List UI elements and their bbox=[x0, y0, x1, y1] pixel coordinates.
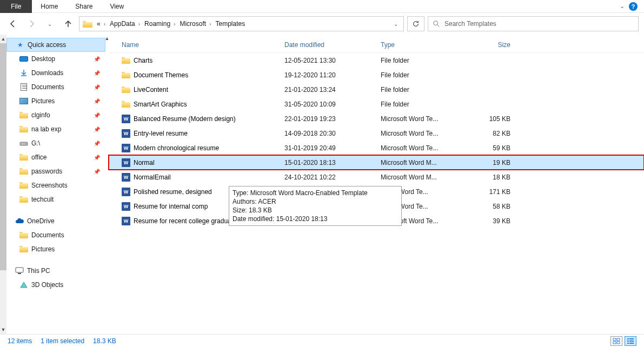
crumb-microsoft[interactable]: Microsoft› bbox=[177, 20, 213, 28]
word-icon: W bbox=[122, 202, 130, 211]
file-row[interactable]: WModern chronological resume31-01-2019 2… bbox=[109, 141, 644, 155]
help-icon[interactable]: ? bbox=[629, 2, 638, 11]
sidebar-item[interactable]: Documents bbox=[6, 228, 105, 242]
sidebar-item[interactable]: Downloads📌 bbox=[6, 66, 105, 80]
pin-icon: 📌 bbox=[94, 70, 100, 76]
sidebar-item[interactable]: Screenshots bbox=[6, 178, 105, 192]
file-row[interactable]: Charts12-05-2021 13:30File folder bbox=[109, 53, 644, 68]
up-button[interactable] bbox=[63, 18, 74, 29]
tooltip-type: Type: Microsoft Word Macro-Enabled Templ… bbox=[233, 189, 398, 197]
col-type[interactable]: Type bbox=[381, 41, 467, 49]
ribbon-tabs: File Home Share View ⌄ ? bbox=[0, 0, 644, 13]
tab-view[interactable]: View bbox=[101, 0, 132, 13]
sidebar-scrollbar[interactable]: ▲ ▼ bbox=[0, 35, 6, 334]
word-icon: W bbox=[122, 188, 130, 196]
svg-rect-14 bbox=[629, 343, 634, 344]
search-placeholder: Search Templates bbox=[444, 20, 496, 28]
status-bar: 12 items 1 item selected 18.3 KB bbox=[0, 334, 644, 347]
sidebar-item[interactable]: Documents📌 bbox=[6, 80, 105, 94]
navigation-pane: ★ Quick access Desktop📌Downloads📌Documen… bbox=[6, 35, 105, 334]
onedrive-label: OneDrive bbox=[27, 217, 55, 225]
sidebar-item[interactable]: passwords📌 bbox=[6, 164, 105, 178]
col-size[interactable]: Size bbox=[467, 41, 521, 49]
pin-icon: 📌 bbox=[94, 126, 100, 132]
forward-button[interactable] bbox=[26, 18, 37, 29]
word-icon: W bbox=[122, 158, 130, 167]
sidebar-item[interactable]: Desktop📌 bbox=[6, 52, 105, 66]
crumb-roaming[interactable]: Roaming› bbox=[142, 20, 177, 28]
status-count: 12 items bbox=[8, 337, 32, 345]
word-icon: W bbox=[122, 173, 130, 182]
recent-dropdown-icon[interactable]: ⌄ bbox=[44, 18, 55, 29]
pin-icon: 📌 bbox=[94, 56, 100, 62]
file-row[interactable]: WBalanced Resume (Modern design)22-01-20… bbox=[109, 111, 644, 126]
refresh-button[interactable] bbox=[407, 16, 424, 31]
pin-icon: 📌 bbox=[94, 84, 100, 90]
crumb-templates[interactable]: Templates bbox=[213, 20, 247, 28]
file-row[interactable]: SmartArt Graphics31-05-2020 10:09File fo… bbox=[109, 97, 644, 111]
file-row[interactable]: WNormalEmail24-10-2021 10:22Microsoft Wo… bbox=[109, 170, 644, 184]
ribbon-expand-icon[interactable]: ⌄ bbox=[615, 3, 629, 10]
tab-share[interactable]: Share bbox=[67, 0, 101, 13]
pin-icon: 📌 bbox=[94, 155, 100, 161]
word-icon: W bbox=[122, 217, 130, 225]
svg-rect-13 bbox=[627, 343, 629, 344]
svg-rect-4 bbox=[18, 273, 21, 274]
tooltip-date: Date modified: 15-01-2020 18:13 bbox=[233, 215, 398, 223]
quick-access-label: Quick access bbox=[28, 41, 66, 49]
quick-access[interactable]: ★ Quick access bbox=[6, 38, 105, 52]
pin-icon: 📌 bbox=[94, 112, 100, 118]
column-headers: Name Date modified Type Size bbox=[109, 37, 644, 53]
crumb-appdata[interactable]: AppData› bbox=[108, 20, 142, 28]
file-row[interactable]: WEntry-level resume14-09-2018 20:30Micro… bbox=[109, 126, 644, 141]
this-pc[interactable]: This PC bbox=[6, 264, 105, 278]
pin-icon: 📌 bbox=[94, 169, 100, 175]
tab-file[interactable]: File bbox=[0, 0, 32, 13]
star-icon: ★ bbox=[16, 41, 24, 49]
status-size: 18.3 KB bbox=[93, 337, 116, 345]
svg-rect-6 bbox=[617, 338, 620, 341]
sidebar-item[interactable]: G:\📌 bbox=[6, 136, 105, 150]
sidebar-item[interactable]: clginfo📌 bbox=[6, 108, 105, 122]
file-row[interactable]: LiveContent21-01-2020 13:24File folder bbox=[109, 82, 644, 97]
tooltip-size: Size: 18.3 KB bbox=[233, 206, 398, 215]
col-date[interactable]: Date modified bbox=[284, 41, 381, 49]
address-bar[interactable]: «› AppData› Roaming› Microsoft› Template… bbox=[79, 16, 404, 31]
search-box[interactable]: Search Templates bbox=[428, 16, 639, 31]
svg-rect-7 bbox=[613, 342, 616, 344]
svg-point-2 bbox=[25, 143, 26, 144]
overflow-crumb[interactable]: «› bbox=[95, 20, 108, 28]
tab-home[interactable]: Home bbox=[32, 0, 67, 13]
sidebar-item[interactable]: na lab exp📌 bbox=[6, 122, 105, 136]
sidebar-item[interactable]: techcult bbox=[6, 192, 105, 206]
word-icon: W bbox=[122, 144, 130, 152]
navigation-bar: ⌄ «› AppData› Roaming› Microsoft› Templa… bbox=[0, 13, 644, 35]
file-row[interactable]: WNormal15-01-2020 18:13Microsoft Word M.… bbox=[109, 155, 644, 170]
status-selected: 1 item selected bbox=[41, 337, 84, 345]
sidebar-item[interactable]: office📌 bbox=[6, 150, 105, 164]
col-name[interactable]: Name bbox=[109, 41, 284, 49]
tooltip-authors: Authors: ACER bbox=[233, 197, 398, 206]
svg-rect-9 bbox=[627, 338, 629, 339]
sidebar-item[interactable]: 3D Objects bbox=[6, 278, 105, 292]
pin-icon: 📌 bbox=[94, 141, 100, 146]
sidebar-item[interactable]: Pictures📌 bbox=[6, 94, 105, 108]
svg-rect-5 bbox=[613, 338, 616, 341]
sidebar-item[interactable]: Pictures bbox=[6, 242, 105, 256]
svg-rect-12 bbox=[629, 341, 634, 342]
this-pc-label: This PC bbox=[27, 267, 50, 275]
file-tooltip: Type: Microsoft Word Macro-Enabled Templ… bbox=[229, 186, 402, 226]
file-list-pane: Name Date modified Type Size Charts12-05… bbox=[109, 35, 644, 334]
onedrive[interactable]: OneDrive bbox=[6, 214, 105, 228]
svg-rect-10 bbox=[629, 338, 634, 339]
file-row[interactable]: Document Themes19-12-2020 11:20File fold… bbox=[109, 68, 644, 82]
cloud-icon bbox=[15, 217, 24, 225]
back-button[interactable] bbox=[8, 18, 18, 29]
pin-icon: 📌 bbox=[94, 98, 100, 104]
address-folder-icon bbox=[83, 20, 92, 28]
view-large-icons-button[interactable] bbox=[610, 336, 622, 346]
pane-splitter[interactable] bbox=[105, 35, 109, 334]
address-dropdown-icon[interactable]: ⌄ bbox=[390, 21, 401, 27]
view-details-button[interactable] bbox=[625, 336, 636, 346]
word-icon: W bbox=[122, 129, 130, 138]
